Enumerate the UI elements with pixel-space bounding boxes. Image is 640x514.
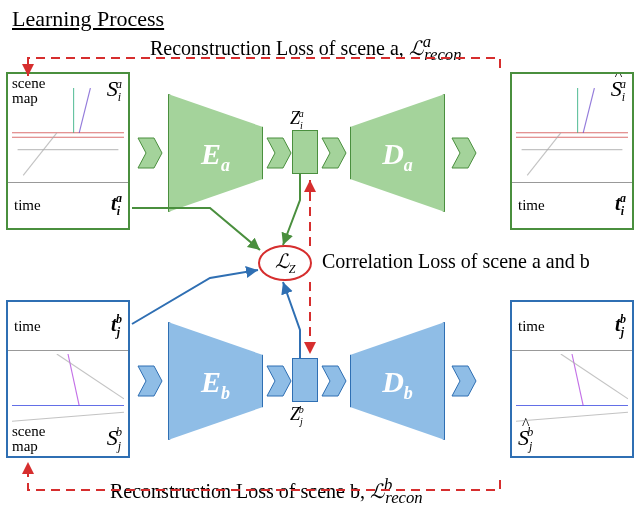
- arrow-dec-out-b: [450, 364, 478, 398]
- svg-line-19: [516, 412, 628, 421]
- arrow-in-enc-b: [136, 364, 164, 398]
- recon-loss-b-caption: Reconstruction Loss of scene b, ℒbrecon: [110, 475, 423, 508]
- encoder-a-label: Ea: [169, 137, 262, 176]
- time-symbol-a: tia: [111, 191, 122, 219]
- output-box-b: time tjb Sjb: [510, 300, 634, 458]
- recon-loss-a-text: Reconstruction Loss of scene a,: [150, 37, 409, 59]
- recon-loss-a-caption: Reconstruction Loss of scene a, ℒarecon: [150, 32, 461, 65]
- svg-line-15: [12, 412, 124, 421]
- pipeline-row-b: time tjb scene map Sjb Eb Zjb Db: [0, 300, 640, 460]
- time-label: time: [518, 318, 545, 335]
- arrow-in-enc-a: [136, 136, 164, 170]
- scene-sketch-a-in: [12, 88, 124, 178]
- recon-loss-b-symbol: ℒbrecon: [370, 480, 423, 502]
- svg-line-11: [527, 133, 561, 176]
- pipeline-row-a: scene map Sia time tia Ea Zia Da: [0, 72, 640, 232]
- output-box-a: Sia time tia: [510, 72, 634, 230]
- latent-b: [292, 358, 318, 402]
- correlation-loss-node: ℒZ: [258, 245, 312, 281]
- latent-b-label: Zjb: [290, 404, 304, 427]
- time-label: time: [14, 318, 41, 335]
- scene-sketch-b-out: [516, 354, 628, 444]
- decoder-a-label: Da: [351, 137, 444, 176]
- svg-line-13: [68, 354, 79, 406]
- svg-line-9: [583, 88, 594, 133]
- input-box-a: scene map Sia time tia: [6, 72, 130, 230]
- arrow-z-dec-a: [320, 136, 348, 170]
- decoder-b: Db: [350, 322, 445, 440]
- time-symbol-b-out: tjb: [615, 312, 626, 340]
- arrow-z-dec-b: [320, 364, 348, 398]
- scene-sketch-b-in: [12, 354, 124, 444]
- svg-line-17: [572, 354, 583, 406]
- svg-line-3: [79, 88, 90, 133]
- decoder-a: Da: [350, 94, 445, 212]
- lz-symbol: ℒZ: [275, 249, 296, 277]
- time-symbol-b: tjb: [111, 312, 122, 340]
- recon-loss-a-symbol: ℒarecon: [409, 37, 462, 59]
- latent-a: [292, 130, 318, 174]
- time-label: time: [14, 197, 41, 214]
- arrow-enc-z-a: [265, 136, 293, 170]
- encoder-a: Ea: [168, 94, 263, 212]
- correlation-loss-caption: Correlation Loss of scene a and b: [322, 250, 590, 273]
- time-label: time: [518, 197, 545, 214]
- recon-loss-b-text: Reconstruction Loss of scene b,: [110, 480, 370, 502]
- latent-a-label: Zia: [290, 108, 304, 131]
- scene-sketch-a-out: [516, 88, 628, 178]
- svg-line-14: [57, 354, 124, 399]
- diagram-title: Learning Process: [12, 6, 164, 32]
- input-box-b: time tjb scene map Sjb: [6, 300, 130, 458]
- arrow-enc-z-b: [265, 364, 293, 398]
- encoder-b-label: Eb: [169, 365, 262, 404]
- svg-line-18: [561, 354, 628, 399]
- time-symbol-a-out: tia: [615, 191, 626, 219]
- svg-line-5: [23, 133, 57, 176]
- decoder-b-label: Db: [351, 365, 444, 404]
- encoder-b: Eb: [168, 322, 263, 440]
- arrow-dec-out-a: [450, 136, 478, 170]
